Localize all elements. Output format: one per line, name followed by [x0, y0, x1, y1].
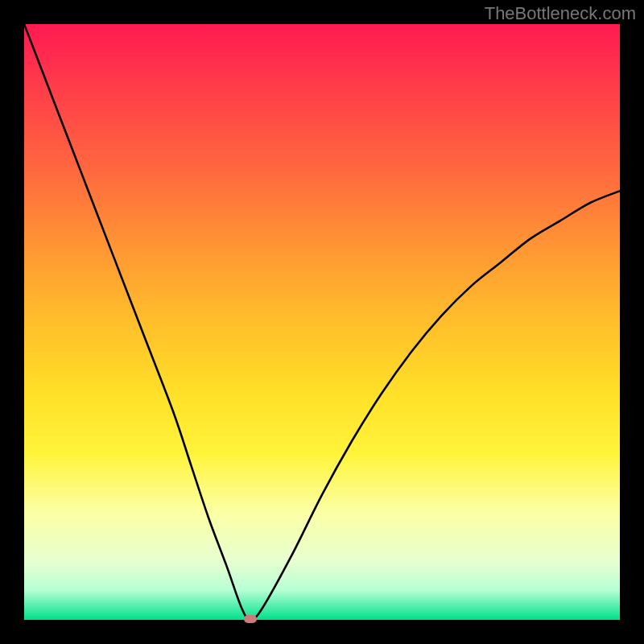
chart-container: TheBottleneck.com	[0, 0, 644, 644]
bottleneck-curve	[24, 24, 620, 620]
watermark-text: TheBottleneck.com	[485, 3, 636, 24]
plot-area	[24, 24, 620, 620]
minimum-marker	[244, 615, 257, 623]
